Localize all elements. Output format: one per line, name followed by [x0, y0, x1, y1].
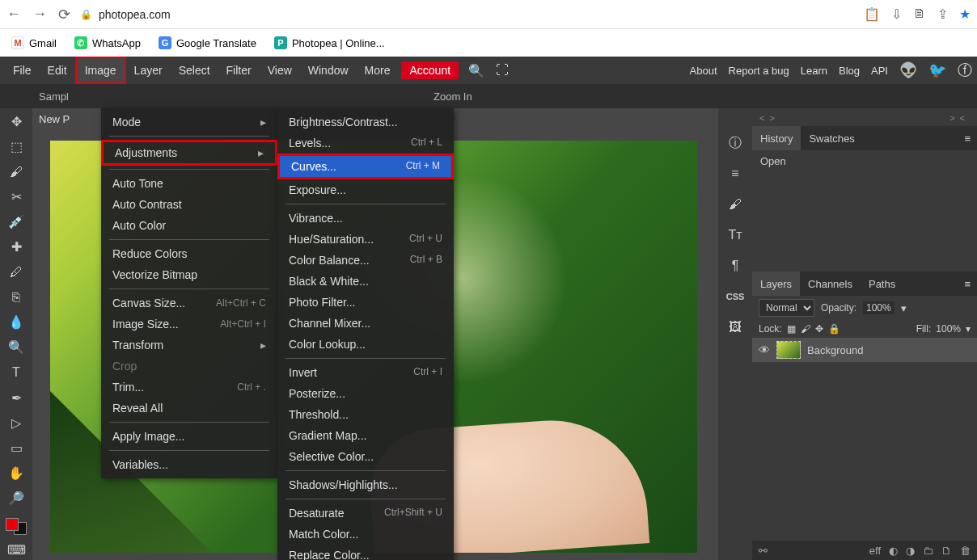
menu-item-canvas-size[interactable]: Canvas Size...Alt+Ctrl + C [101, 293, 277, 314]
blend-mode-select[interactable]: Normal [759, 299, 814, 317]
zoom-tool-icon[interactable]: 🔎 [4, 488, 28, 508]
opacity-value[interactable]: 100% [863, 301, 895, 314]
path-tool-icon[interactable]: ▷ [4, 413, 28, 433]
menu-item-color-lookup[interactable]: Color Lookup... [277, 334, 454, 355]
tab-layers[interactable]: Layers [752, 272, 800, 296]
crop-tool-icon[interactable]: ✂ [4, 187, 28, 207]
tab-history[interactable]: History [752, 126, 801, 150]
paragraph-icon[interactable]: ¶ [723, 255, 747, 276]
account-button[interactable]: Account [401, 61, 459, 79]
link-icon[interactable]: ⚯ [759, 545, 768, 557]
dodge-tool-icon[interactable]: 🔍 [4, 337, 28, 357]
css-icon[interactable]: CSS [723, 286, 747, 307]
eff-label[interactable]: eff [869, 545, 881, 557]
menu-item-curves[interactable]: Curves...Ctrl + M [277, 154, 454, 179]
menu-item-variables[interactable]: Variables... [101, 454, 277, 475]
menu-select[interactable]: Select [171, 57, 218, 84]
folder-icon[interactable]: 🗀 [923, 545, 933, 557]
menu-item-photo-filter[interactable]: Photo Filter... [277, 292, 454, 313]
info-icon[interactable]: ⓘ [723, 133, 747, 154]
menu-item-brightness-contrast[interactable]: Brightness/Contrast... [277, 112, 454, 133]
menu-item-desaturate[interactable]: DesaturateCtrl+Shift + U [277, 503, 454, 524]
facebook-icon[interactable]: ⓕ [958, 61, 972, 80]
menu-item-transform[interactable]: Transform▸ [101, 335, 277, 356]
shape-tool-icon[interactable]: ▭ [4, 438, 28, 458]
menu-item-trim[interactable]: Trim...Ctrl + . [101, 377, 277, 398]
layer-thumbnail[interactable] [776, 341, 801, 359]
menu-item-replace-color[interactable]: Replace Color... [277, 545, 454, 560]
clone-tool-icon[interactable]: ⎘ [4, 287, 28, 307]
new-layer-icon[interactable]: 🗋 [941, 545, 952, 557]
clipboard-icon[interactable]: 📋 [864, 6, 880, 22]
pen-tool-icon[interactable]: ✒ [4, 388, 28, 408]
brush-panel-icon[interactable]: 🖌 [723, 194, 747, 215]
chevron-down-icon[interactable]: ▾ [966, 323, 971, 335]
move-tool-icon[interactable]: ✥ [4, 112, 28, 132]
bookmark-star-icon[interactable]: ★ [959, 6, 971, 22]
tab-paths[interactable]: Paths [861, 272, 903, 296]
download-icon[interactable]: ⇩ [891, 6, 902, 22]
visibility-icon[interactable]: 👁 [759, 343, 770, 356]
menu-item-exposure[interactable]: Exposure... [277, 179, 454, 200]
align-icon[interactable]: ≡ [723, 163, 747, 184]
menu-more[interactable]: More [357, 57, 399, 84]
menu-item-color-balance[interactable]: Color Balance...Ctrl + B [277, 250, 454, 271]
fill-value[interactable]: 100% [936, 323, 961, 335]
bookmark-whatsapp[interactable]: ✆WhatsApp [74, 36, 141, 49]
back-icon[interactable]: ← [6, 6, 21, 23]
paint-tool-icon[interactable]: 🖊 [4, 262, 28, 282]
hand-tool-icon[interactable]: ✋ [4, 463, 28, 483]
search-icon[interactable]: 🔍 [468, 63, 484, 78]
select-tool-icon[interactable]: ⬚ [4, 137, 28, 157]
document-tab[interactable]: New P [39, 113, 70, 125]
link-about[interactable]: About [690, 65, 717, 77]
color-swatch[interactable] [6, 518, 27, 535]
menu-item-hue-saturation[interactable]: Hue/Saturation...Ctrl + U [277, 229, 454, 250]
menu-view[interactable]: View [260, 57, 300, 84]
type-tool-icon[interactable]: T [4, 362, 28, 382]
menu-item-levels[interactable]: Levels...Ctrl + L [277, 133, 454, 154]
blur-tool-icon[interactable]: 💧 [4, 312, 28, 332]
menu-window[interactable]: Window [300, 57, 357, 84]
menu-item-image-size[interactable]: Image Size...Alt+Ctrl + I [101, 314, 277, 335]
menu-image[interactable]: Image [75, 57, 126, 84]
lock-pixels-icon[interactable]: ▦ [787, 323, 796, 335]
image-panel-icon[interactable]: 🖼 [723, 317, 747, 338]
keyboard-icon[interactable]: ⌨ [4, 540, 28, 560]
heal-tool-icon[interactable]: ✚ [4, 237, 28, 257]
menu-item-threshold[interactable]: Threshold... [277, 404, 454, 425]
link-blog[interactable]: Blog [839, 65, 860, 77]
menu-item-auto-contrast[interactable]: Auto Contrast [101, 194, 277, 215]
menu-item-reduce-colors[interactable]: Reduce Colors [101, 243, 277, 264]
menu-item-selective-color[interactable]: Selective Color... [277, 446, 454, 467]
tab-swatches[interactable]: Swatches [801, 126, 862, 150]
address-bar[interactable]: 🔒 photopea.com [80, 8, 171, 21]
menu-edit[interactable]: Edit [40, 57, 75, 84]
menu-item-gradient-map[interactable]: Gradient Map... [277, 425, 454, 446]
menu-item-black-white[interactable]: Black & White... [277, 271, 454, 292]
link-api[interactable]: API [871, 65, 888, 77]
menu-item-vibrance[interactable]: Vibrance... [277, 208, 454, 229]
menu-item-adjustments[interactable]: Adjustments▸ [101, 140, 277, 166]
mask-icon[interactable]: ◐ [889, 545, 898, 557]
trash-icon[interactable]: 🗑 [960, 545, 971, 557]
brush-tool-icon[interactable]: 🖌 [4, 162, 28, 182]
lock-all-icon[interactable]: 🔒 [828, 323, 840, 335]
bookmark-google-translate[interactable]: GGoogle Translate [159, 36, 256, 49]
menu-item-apply-image[interactable]: Apply Image... [101, 426, 277, 447]
fullscreen-icon[interactable]: ⛶ [496, 63, 509, 78]
menu-item-shadows-highlights[interactable]: Shadows/Highlights... [277, 474, 454, 495]
menu-filter[interactable]: Filter [218, 57, 260, 84]
tab-channels[interactable]: Channels [800, 272, 861, 296]
menu-item-vectorize[interactable]: Vectorize Bitmap [101, 264, 277, 285]
adjustment-icon[interactable]: ◑ [906, 545, 915, 557]
forward-icon[interactable]: → [32, 6, 47, 23]
link-report-bug[interactable]: Report a bug [729, 65, 789, 77]
bookmark-gmail[interactable]: MGmail [11, 36, 57, 49]
panel-collapse-arrows[interactable]: <>>< [759, 113, 970, 123]
reload-icon[interactable]: ⟳ [58, 6, 70, 23]
bookmark-photopea[interactable]: PPhotopea | Online... [274, 36, 385, 49]
panel-menu-icon[interactable]: ≡ [958, 133, 977, 145]
menu-layer[interactable]: Layer [126, 57, 171, 84]
lock-brush-icon[interactable]: 🖌 [801, 323, 810, 335]
